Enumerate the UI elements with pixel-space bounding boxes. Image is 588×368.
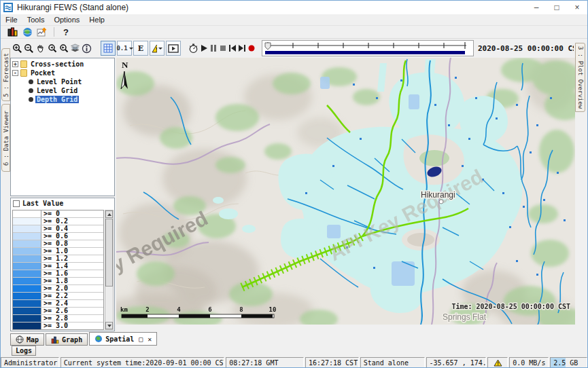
tree-node-level-grid[interactable]: Level Grid: [12, 86, 114, 95]
skip-forward-icon: [238, 44, 246, 52]
expand-icon[interactable]: +: [12, 61, 18, 67]
tab-restore-button[interactable]: □: [139, 335, 143, 343]
help-button[interactable]: ?: [58, 26, 73, 38]
town-label: Hikurangi: [421, 190, 455, 200]
pause-icon: [209, 44, 218, 52]
svg-text:2: 2: [145, 306, 149, 313]
zoom-previous-button[interactable]: [46, 41, 58, 56]
tree-node-depth-grid[interactable]: Depth Grid: [12, 95, 114, 104]
time-slider[interactable]: [262, 40, 474, 56]
close-button[interactable]: ×: [567, 1, 587, 14]
collapse-icon[interactable]: -: [12, 70, 18, 76]
legend-color-swatch: [13, 218, 41, 225]
scroll-down-button[interactable]: [105, 322, 113, 329]
legend-color-swatch: [13, 315, 41, 322]
tab-forecast[interactable]: 5 : Forecast: [1, 48, 10, 101]
triangle-down-icon: [107, 325, 111, 329]
map-display-button[interactable]: [20, 26, 35, 38]
legend-row-label: >= 2.8: [41, 315, 103, 322]
legend-color-swatch: [13, 248, 41, 255]
app-window: Hikurangi FEWS (Stand alone) – □ × FileT…: [0, 0, 588, 368]
pause-button[interactable]: [209, 41, 218, 56]
tab-plot-overview[interactable]: 3 : Plot Overview: [575, 43, 585, 112]
legend-row-label: >= 1.8: [41, 278, 103, 284]
tab-data-viewer[interactable]: 6 : Data Viewer: [1, 104, 10, 172]
time-slider-handle[interactable]: [265, 43, 271, 50]
record-button[interactable]: [247, 41, 256, 56]
interval-label: 0.1: [116, 45, 127, 52]
info-button[interactable]: [81, 41, 92, 56]
pan-hand-icon: [35, 43, 46, 54]
bullet-icon: [29, 88, 33, 93]
last-frame-button[interactable]: [237, 41, 247, 56]
timeseries-button[interactable]: [35, 26, 50, 38]
wire-globe-icon: [16, 335, 24, 344]
animation-dialog-button[interactable]: [166, 41, 181, 56]
map-graphics: API Key Required API Key Required Hikura…: [116, 58, 575, 325]
folder-icon: [20, 60, 27, 68]
pan-button[interactable]: [35, 41, 46, 56]
tab-map-label: Map: [27, 336, 39, 344]
menu-item[interactable]: Options: [49, 16, 84, 24]
info-icon: [82, 43, 92, 54]
play-button[interactable]: [199, 41, 209, 56]
status-system-time: Current system time:2020-09-01 00:00 CST: [60, 357, 224, 368]
threshold-warning-dropdown[interactable]: [150, 41, 165, 56]
legend-color-swatch: [13, 270, 41, 277]
minimize-button[interactable]: –: [526, 1, 547, 14]
legend-color-swatch: [13, 308, 41, 314]
tab-graph[interactable]: Graph: [46, 333, 88, 346]
legend-row-label: >= 3.0: [41, 323, 103, 329]
legend-row-label: >= 1.4: [41, 263, 103, 270]
map-canvas[interactable]: API Key Required API Key Required Hikura…: [116, 58, 575, 325]
classifier-label: E: [138, 44, 143, 53]
legend-scrollbar[interactable]: [105, 210, 114, 330]
legend-row-label: >= 0.2: [41, 218, 103, 225]
area-label: Springs Flat: [443, 312, 487, 322]
zoom-next-button[interactable]: [58, 41, 69, 56]
tree-node-cross-section[interactable]: + Cross-section: [12, 60, 114, 69]
app-logo-icon: [3, 3, 13, 12]
tree-node-label: Level Grid: [35, 87, 79, 94]
value-label-dropdown[interactable]: 0.1: [117, 41, 132, 56]
tree-node-level-point[interactable]: Level Point: [12, 77, 114, 86]
chevron-down-icon: [129, 48, 133, 52]
warning-triangle-icon: [152, 44, 157, 53]
zoom-in-icon: [12, 43, 22, 54]
tab-close-button[interactable]: ✕: [148, 335, 152, 343]
zoom-in-button[interactable]: [12, 41, 23, 56]
tree-node-label-selected: Depth Grid: [35, 96, 79, 103]
animation-timer-button[interactable]: [188, 41, 199, 56]
right-tab-strip: 3 : Plot Overview: [574, 39, 587, 330]
legend-row-label: >= 2.6: [41, 308, 103, 314]
layers-button[interactable]: [69, 41, 81, 56]
database-button[interactable]: [5, 26, 20, 38]
svg-text:10: 10: [269, 306, 277, 313]
menu-item[interactable]: File: [1, 16, 22, 24]
tab-map[interactable]: Map: [10, 333, 44, 346]
window-controls: – □ ×: [526, 1, 587, 14]
status-throughput: 0.0 MB/s: [509, 357, 549, 368]
scroll-thumb[interactable]: [105, 219, 113, 287]
zoom-out-button[interactable]: [23, 41, 35, 56]
menu-item[interactable]: Help: [84, 16, 109, 24]
tab-spatial[interactable]: Spatial □ ✕: [89, 332, 157, 346]
logs-button[interactable]: Logs: [12, 346, 36, 356]
menu-item[interactable]: Tools: [22, 16, 50, 24]
first-frame-button[interactable]: [228, 41, 237, 56]
last-value-label: Last Value: [22, 200, 63, 207]
bullet-icon: [29, 97, 33, 102]
grid-toggle-button[interactable]: [101, 41, 116, 56]
play-icon: [200, 44, 208, 52]
status-coordinates: -35.657 , 174.199: [426, 357, 487, 368]
status-user: Administrator: [1, 357, 59, 368]
maximize-button[interactable]: □: [547, 1, 567, 14]
legend-row-label: >= 0: [41, 210, 103, 217]
last-value-checkbox[interactable]: [13, 200, 20, 207]
tree-node-pocket[interactable]: - Pocket: [12, 69, 114, 77]
last-value-checkbox-row: Last Value: [11, 198, 114, 208]
scroll-up-button[interactable]: [105, 210, 113, 218]
classifier-button[interactable]: E: [133, 41, 148, 56]
tab-spatial-label: Spatial: [105, 335, 134, 343]
stop-button[interactable]: [218, 41, 228, 56]
